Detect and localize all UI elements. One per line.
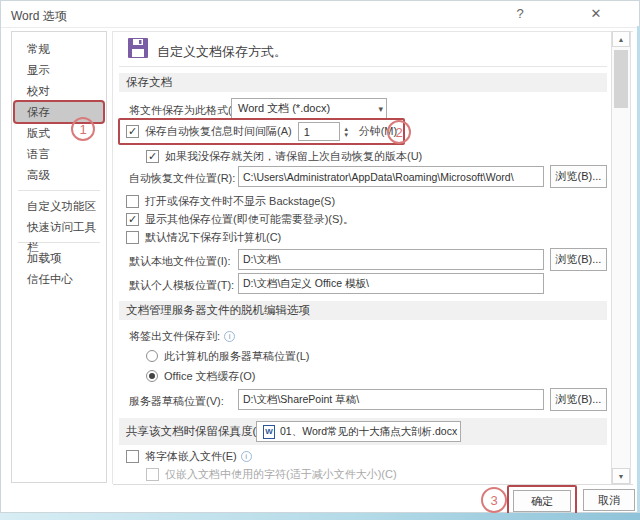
sidebar-item-信任中心[interactable]: 信任中心 [15, 269, 103, 289]
sidebar: 常规显示校对保存版式语言高级自定义功能区快速访问工具栏加载项信任中心 [11, 31, 107, 483]
browse-server-button[interactable]: 浏览(B)... [550, 388, 607, 411]
page-title: 自定义文档保存方式。 [157, 43, 287, 61]
checkout-row: 将签出文件保存到: i [129, 328, 235, 344]
save-to-computer-row: 默认情况下保存到计算机(C) [126, 229, 281, 245]
server-drafts-radio[interactable] [146, 350, 158, 362]
cancel-button[interactable]: 取消 [583, 489, 635, 511]
show-other-row: 显示其他保存位置(即使可能需要登录)(S)。 [126, 211, 354, 227]
local-path-input[interactable]: D:\文档\ [238, 249, 544, 270]
embed-used-checkbox [146, 468, 159, 481]
help-button[interactable]: ? [509, 6, 531, 21]
template-path-input[interactable]: D:\文档\自定义 Office 模板\ [238, 273, 544, 294]
recover-path-label: 自动恢复文件位置(R): [129, 171, 235, 186]
info-icon: i [241, 451, 252, 462]
save-to-computer-checkbox[interactable] [126, 231, 139, 244]
close-button[interactable]: ✕ [585, 6, 607, 21]
server-path-input[interactable]: D:\文档\SharePoint 草稿\ [238, 389, 544, 410]
embed-used-label: 仅嵌入文档中使用的字符(适于减小文件大小)(C) [165, 467, 397, 482]
show-other-label: 显示其他保存位置(即使可能需要登录)(S)。 [145, 212, 354, 227]
no-backstage-label: 打开或保存文件时不显示 Backstage(S) [145, 194, 335, 209]
header-divider [119, 66, 607, 67]
server-path-label: 服务器草稿位置(V): [129, 394, 224, 409]
taskbar-strip [0, 513, 640, 520]
server-drafts-label: 此计算机的服务器草稿位置(L) [164, 349, 309, 364]
spinner-control[interactable]: ▲▼ [340, 122, 353, 141]
scroll-down-icon[interactable]: ▼ [612, 468, 630, 484]
embed-used-row: 仅嵌入文档中使用的字符(适于减小文件大小)(C) [146, 466, 397, 482]
sidebar-item-显示[interactable]: 显示 [15, 60, 103, 80]
save-to-computer-label: 默认情况下保存到计算机(C) [145, 230, 281, 245]
fidelity-doc-value: 01、Word常见的十大痛点大剖析.docx [280, 425, 457, 439]
format-value: Word 文档 (*.docx) [238, 101, 330, 116]
keep-last-row: 如果我没保存就关闭，请保留上次自动恢复的版本(U) [146, 148, 422, 164]
embed-fonts-row: 将字体嵌入文件(E) i [126, 448, 252, 464]
content-left-border [112, 31, 113, 484]
autorecover-row: 保存自动恢复信息时间间隔(A) 1 ▲▼ 分钟(M) [118, 118, 405, 145]
info-icon: i [224, 331, 235, 342]
save-page-icon [128, 38, 148, 62]
spin-down-icon[interactable]: ▼ [343, 132, 349, 138]
autorecover-checkbox[interactable] [126, 125, 139, 138]
vertical-scrollbar[interactable]: ▲ ▼ [611, 31, 631, 484]
annotation-circle-1: 1 [71, 117, 95, 141]
word-doc-icon: W [263, 425, 275, 439]
embed-fonts-checkbox[interactable] [126, 450, 139, 463]
fidelity-doc-dropdown[interactable]: W 01、Word常见的十大痛点大剖析.docx ▾ [256, 421, 461, 442]
sidebar-item-校对[interactable]: 校对 [15, 81, 103, 101]
dialog-title: Word 选项 [11, 8, 67, 25]
sidebar-item-自定义功能区[interactable]: 自定义功能区 [15, 196, 103, 216]
autorecover-interval-input[interactable]: 1 [298, 122, 340, 141]
embed-fonts-label: 将字体嵌入文件(E) [145, 449, 237, 464]
sidebar-item-快速访问工具栏[interactable]: 快速访问工具栏 [15, 217, 103, 237]
browse-recover-button[interactable]: 浏览(B)... [550, 165, 607, 188]
screenshot: Word 选项 ? ✕ 常规显示校对保存版式语言高级自定义功能区快速访问工具栏加… [0, 0, 640, 520]
sidebar-item-语言[interactable]: 语言 [15, 144, 103, 164]
office-cache-radio-row: Office 文档缓存(O) [146, 368, 255, 384]
template-path-label: 默认个人模板位置(T): [129, 278, 234, 293]
title-bar: Word 选项 ? ✕ [1, 1, 639, 28]
recover-path-input[interactable]: C:\Users\Administrator\AppData\Roaming\M… [238, 166, 544, 187]
word-options-dialog: Word 选项 ? ✕ 常规显示校对保存版式语言高级自定义功能区快速访问工具栏加… [0, 0, 640, 513]
scrollbar-thumb[interactable] [614, 50, 628, 108]
format-dropdown[interactable]: Word 文档 (*.docx) ▾ [231, 98, 387, 119]
sidebar-item-高级[interactable]: 高级 [15, 165, 103, 185]
content-top-border [113, 31, 633, 32]
ok-annotation-box: 确定 [507, 485, 577, 516]
sidebar-item-加载项[interactable]: 加载项 [15, 248, 103, 268]
keep-last-label: 如果我没保存就关闭，请保留上次自动恢复的版本(U) [165, 149, 422, 164]
browse-local-button[interactable]: 浏览(B)... [550, 248, 607, 271]
server-drafts-radio-row: 此计算机的服务器草稿位置(L) [146, 348, 309, 364]
local-path-label: 默认本地文件位置(I): [129, 254, 230, 269]
show-other-checkbox[interactable] [126, 213, 139, 226]
sidebar-separator [18, 190, 100, 191]
annotation-circle-2: 2 [387, 120, 411, 144]
scroll-up-icon[interactable]: ▲ [612, 31, 630, 47]
ok-button[interactable]: 确定 [513, 490, 571, 512]
no-backstage-row: 打开或保存文件时不显示 Backstage(S) [126, 193, 335, 209]
no-backstage-checkbox[interactable] [126, 195, 139, 208]
sidebar-item-常规[interactable]: 常规 [15, 39, 103, 59]
chevron-down-icon: ▾ [374, 104, 383, 114]
format-label: 将文件保存为此格式(F): [129, 103, 245, 118]
checkout-label: 将签出文件保存到: [129, 329, 220, 344]
office-cache-label: Office 文档缓存(O) [164, 369, 255, 384]
autorecover-label: 保存自动恢复信息时间间隔(A) [145, 124, 292, 139]
office-cache-radio[interactable] [146, 370, 158, 382]
section-save-documents: 保存文档 [119, 73, 607, 92]
chevron-down-icon: ▾ [457, 427, 461, 437]
section-offline-editing: 文档管理服务器文件的脱机编辑选项 [119, 301, 607, 320]
annotation-circle-3: 3 [481, 487, 507, 513]
keep-last-checkbox[interactable] [146, 150, 159, 163]
